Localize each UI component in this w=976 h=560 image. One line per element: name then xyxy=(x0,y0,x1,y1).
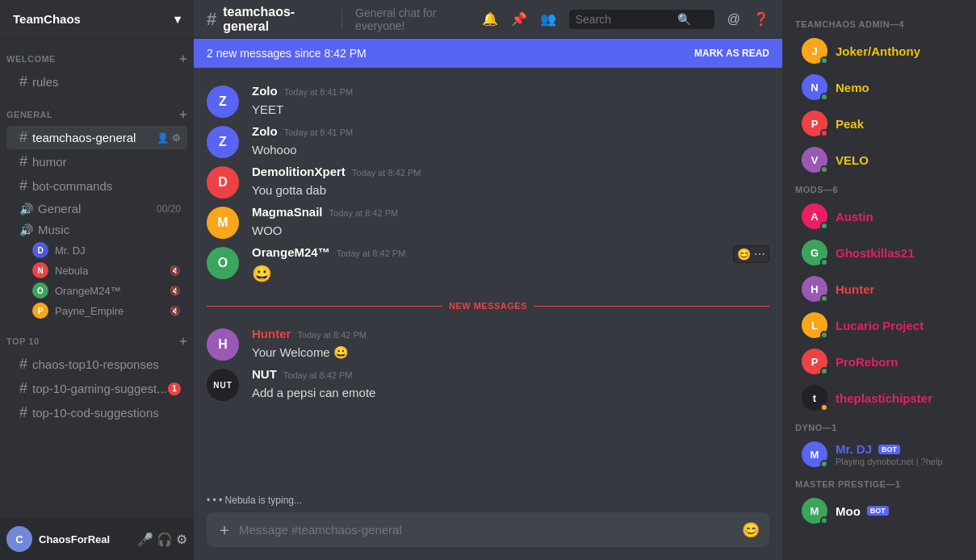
welcome-add-button[interactable]: + xyxy=(179,52,187,66)
avatar: P xyxy=(32,303,48,319)
message-group: NUT NUT Today at 8:42 PM Add a pepsi can… xyxy=(194,364,782,404)
message-content: Zolo Today at 8:41 PM Wohooo xyxy=(252,124,769,158)
status-indicator xyxy=(820,516,828,524)
message-text: Your Welcome 😀 xyxy=(252,344,769,361)
chat-header: # teamchaos-general General chat for eve… xyxy=(194,0,782,39)
member-lucario[interactable]: L Lucario Project xyxy=(789,307,970,343)
voice-channel-general[interactable]: 🔊 General 00/20 xyxy=(6,199,187,219)
message-header: Zolo Today at 8:41 PM xyxy=(252,124,769,138)
message-timestamp: Today at 8:42 PM xyxy=(329,208,399,218)
member-name: Moo BOT xyxy=(836,504,889,518)
member-proreborn[interactable]: P ProReborn xyxy=(789,344,970,379)
voice-channel-name: Music xyxy=(38,223,69,236)
member-nemo[interactable]: N Nemo xyxy=(789,69,970,105)
message-timestamp: Today at 8:41 PM xyxy=(284,127,354,137)
search-bar[interactable]: 🔍 xyxy=(569,10,714,29)
at-icon[interactable]: @ xyxy=(727,12,740,27)
channel-name: top-10-cod-suggestions xyxy=(32,406,181,420)
members-icon[interactable]: 👥 xyxy=(540,11,556,27)
message-group: H Hunter Today at 8:42 PM Your Welcome 😀 xyxy=(194,324,782,364)
header-icons: 🔔 📌 👥 🔍 @ ❓ xyxy=(482,10,769,29)
voice-channel-music[interactable]: 🔊 Music xyxy=(6,219,187,240)
member-hunter[interactable]: H Hunter xyxy=(789,271,970,307)
avatar: J xyxy=(802,38,827,64)
mark-as-read-button[interactable]: MARK AS READ xyxy=(694,48,769,59)
member-peak[interactable]: P Peak xyxy=(789,106,970,141)
general-add-button[interactable]: + xyxy=(179,107,187,122)
member-theplastichipster[interactable]: t theplastichipster xyxy=(789,380,970,416)
message-input[interactable] xyxy=(239,515,735,545)
status-indicator xyxy=(820,56,828,65)
help-icon[interactable]: ❓ xyxy=(753,11,769,27)
member-info: Austin xyxy=(836,210,873,224)
channel-rules[interactable]: # rules xyxy=(6,70,187,94)
prestige-section-header: MASTER PRESTIGE—1 xyxy=(782,473,976,492)
top10-add-button[interactable]: + xyxy=(179,334,187,349)
status-indicator xyxy=(820,129,828,137)
header-divider xyxy=(341,10,342,29)
member-name: Mr. DJ BOT xyxy=(836,442,943,456)
voice-user-orangeM24[interactable]: O OrangeM24™ 🔇 xyxy=(6,281,187,300)
messages-list: Z Zolo Today at 8:41 PM YEET Z Zolo Toda… xyxy=(194,68,782,491)
channel-humor[interactable]: # humor xyxy=(6,150,187,173)
member-joker-anthony[interactable]: J Joker/Anthony xyxy=(789,33,970,69)
message-username: Zolo xyxy=(252,124,278,138)
channel-name: bot-commands xyxy=(32,179,181,193)
avatar: M xyxy=(207,207,239,239)
attach-button[interactable]: ＋ xyxy=(216,512,232,547)
member-info: theplastichipster xyxy=(836,391,932,405)
right-sidebar: TEAMCHAOS ADMIN—4 J Joker/Anthony N Nemo… xyxy=(782,0,976,560)
emoji-button[interactable]: 😊 xyxy=(742,521,760,539)
channel-bot-commands[interactable]: # bot-commands xyxy=(6,174,187,198)
voice-icon: 🔊 xyxy=(19,224,33,236)
member-velo[interactable]: V VELO xyxy=(789,142,970,178)
member-info: Peak xyxy=(836,117,864,131)
channel-top10-cod[interactable]: # top-10-cod-suggestions xyxy=(6,401,187,424)
message-group: D DemolitionXpert Today at 8:42 PM You g… xyxy=(194,161,782,202)
settings-icon[interactable]: ⚙ xyxy=(172,132,181,144)
status-indicator xyxy=(820,93,828,101)
channel-chaos-top10[interactable]: # chaos-top10-responses xyxy=(6,353,187,376)
add-member-icon[interactable]: 👤 xyxy=(157,132,169,144)
member-info: Hunter xyxy=(836,282,874,296)
channel-teamchaos-general[interactable]: # teamchaos-general 👤 ⚙ xyxy=(6,126,187,149)
member-name: theplastichipster xyxy=(836,391,932,405)
mute-button[interactable]: 🎤 xyxy=(137,532,153,547)
avatar: L xyxy=(802,312,827,338)
message-input-wrap: ＋ 😊 xyxy=(207,512,769,547)
voice-user-payne[interactable]: P Payne_Empire 🔇 xyxy=(6,301,187,320)
pin-icon[interactable]: 📌 xyxy=(511,11,527,27)
deafen-button[interactable]: 🎧 xyxy=(157,532,173,547)
member-mr-dj[interactable]: M Mr. DJ BOT Playing dynobot.net | ?help xyxy=(789,437,970,472)
voice-user-nebula[interactable]: N Nebula 🔇 xyxy=(6,261,187,280)
avatar: Z xyxy=(207,86,239,118)
voice-user-mrDJ[interactable]: D Mr. DJ xyxy=(6,240,187,260)
channel-top10-gaming[interactable]: # top-10-gaming-suggest... 1 xyxy=(6,377,187,400)
voice-user-name: OrangeM24™ xyxy=(55,285,121,297)
member-ghostkillas21[interactable]: G Ghostkillas21 xyxy=(789,235,970,270)
message-content: DemolitionXpert Today at 8:42 PM You got… xyxy=(252,165,769,199)
general-label: GENERAL xyxy=(6,110,52,119)
status-indicator xyxy=(820,403,828,412)
member-moo[interactable]: M Moo BOT xyxy=(789,493,970,529)
server-header[interactable]: TeamChaos ▾ xyxy=(0,0,194,39)
message-text: 😀 xyxy=(252,262,769,285)
status-indicator xyxy=(820,295,828,303)
voice-icon: 🔊 xyxy=(19,203,33,215)
settings-button[interactable]: ⚙ xyxy=(176,532,187,547)
text-channel-icon: # xyxy=(19,73,27,90)
message-timestamp: Today at 8:42 PM xyxy=(297,330,367,340)
member-austin[interactable]: A Austin xyxy=(789,199,970,234)
more-actions-button[interactable]: ⋯ xyxy=(754,248,765,261)
search-input[interactable] xyxy=(576,13,672,26)
avatar: G xyxy=(802,240,827,265)
message-content: Zolo Today at 8:41 PM YEET xyxy=(252,84,769,118)
server-dropdown-icon[interactable]: ▾ xyxy=(174,12,181,27)
channel-list: WELCOME + # rules GENERAL + # teamchaos-… xyxy=(0,39,194,518)
react-button[interactable]: 😊 xyxy=(737,248,751,261)
message-text: Add a pepsi can emote xyxy=(252,384,769,401)
bell-icon[interactable]: 🔔 xyxy=(482,11,498,27)
text-channel-icon: # xyxy=(19,356,27,373)
message-timestamp: Today at 8:42 PM xyxy=(337,249,406,258)
member-name: ProReborn xyxy=(836,355,899,369)
